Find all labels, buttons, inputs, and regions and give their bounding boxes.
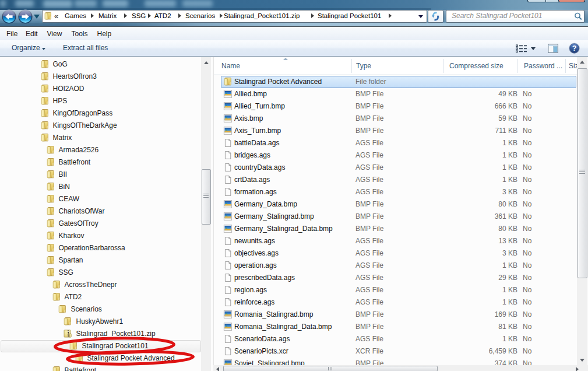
svg-text:?: ? (572, 44, 577, 52)
